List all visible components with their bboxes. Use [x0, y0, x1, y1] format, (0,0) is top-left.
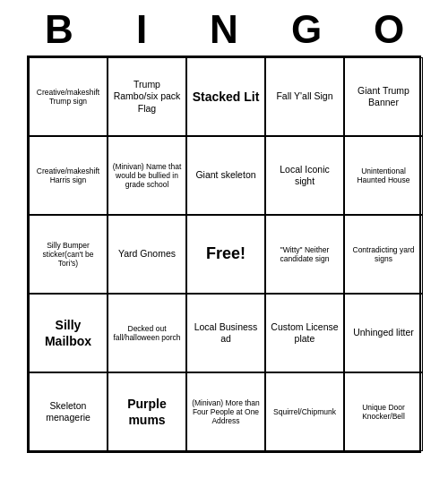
- bingo-letter-o: O: [351, 7, 426, 52]
- bingo-header: BINGO: [18, 0, 430, 56]
- cell-text-r0c2: Stacked Lit: [193, 89, 260, 105]
- bingo-cell-r2c1: Yard Gnomes: [108, 215, 186, 294]
- cell-text-r1c0: Creative/makeshift Harris sign: [32, 167, 104, 184]
- bingo-letter-i: I: [104, 7, 179, 52]
- cell-text-r0c0: Creative/makeshift Trump sign: [32, 88, 104, 106]
- cell-text-r1c1: (Minivan) Name that would be bullied in …: [111, 162, 183, 190]
- bingo-cell-r3c4: Unhinged litter: [344, 294, 423, 372]
- cell-text-r3c3: Custom License plate: [269, 321, 340, 345]
- cell-text-r3c4: Unhinged litter: [353, 327, 414, 338]
- cell-text-r0c4: Giant Trump Banner: [348, 85, 419, 108]
- bingo-cell-r1c3: Local Iconic sight: [265, 136, 344, 215]
- bingo-letter-g: G: [269, 7, 344, 52]
- cell-text-r1c2: Giant skeleton: [195, 169, 255, 181]
- cell-text-r3c2: Local Business ad: [190, 321, 262, 345]
- bingo-cell-r0c0: Creative/makeshift Trump sign: [29, 57, 108, 136]
- cell-text-r4c2: (Minivan) More than Four People at One A…: [190, 398, 262, 426]
- bingo-cell-r0c1: Trump Rambo/six pack Flag: [108, 57, 186, 136]
- cell-text-r1c4: Unintentional Haunted House: [348, 167, 419, 184]
- bingo-cell-r4c3: Squirrel/Chipmunk: [265, 372, 344, 451]
- bingo-cell-r0c4: Giant Trump Banner: [344, 57, 423, 136]
- bingo-cell-r2c0: Silly Bumper sticker(can't be Tori's): [29, 215, 108, 294]
- bingo-cell-r4c1: Purple mums: [108, 372, 186, 451]
- cell-text-r4c1: Purple mums: [111, 396, 183, 428]
- cell-text-r0c3: Fall Y'all Sign: [276, 90, 332, 102]
- cell-text-r4c3: Squirrel/Chipmunk: [273, 407, 336, 416]
- bingo-cell-r1c1: (Minivan) Name that would be bullied in …: [108, 136, 186, 215]
- cell-text-r2c4: Contradicting yard signs: [348, 245, 419, 263]
- bingo-cell-r3c3: Custom License plate: [265, 294, 344, 372]
- cell-text-r3c1: Decked out fall/halloween porch: [111, 324, 183, 342]
- cell-text-r2c3: "Witty" Neither candidate sign: [269, 245, 340, 263]
- bingo-letter-b: B: [22, 7, 97, 52]
- cell-text-r3c0: Silly Mailbox: [32, 317, 104, 349]
- bingo-cell-r3c1: Decked out fall/halloween porch: [108, 294, 186, 372]
- cell-text-r4c4: Unique Door Knocker/Bell: [348, 403, 419, 421]
- bingo-cell-r2c3: "Witty" Neither candidate sign: [265, 215, 344, 294]
- bingo-cell-r3c2: Local Business ad: [186, 294, 265, 372]
- cell-text-r2c1: Yard Gnomes: [118, 248, 176, 260]
- bingo-cell-r4c0: Skeleton menagerie: [29, 372, 108, 451]
- bingo-grid: Creative/makeshift Trump signTrump Rambo…: [27, 56, 421, 453]
- bingo-cell-r2c2: Free!: [186, 215, 265, 294]
- bingo-cell-r0c2: Stacked Lit: [186, 57, 265, 136]
- bingo-cell-r3c0: Silly Mailbox: [29, 294, 108, 372]
- bingo-cell-r0c3: Fall Y'all Sign: [265, 57, 344, 136]
- bingo-cell-r1c2: Giant skeleton: [186, 136, 265, 215]
- cell-text-r2c0: Silly Bumper sticker(can't be Tori's): [32, 241, 104, 269]
- bingo-letter-n: N: [186, 7, 262, 52]
- cell-text-r0c1: Trump Rambo/six pack Flag: [111, 79, 183, 114]
- cell-text-r4c0: Skeleton menagerie: [32, 400, 104, 423]
- bingo-cell-r1c0: Creative/makeshift Harris sign: [29, 136, 108, 215]
- bingo-cell-r4c2: (Minivan) More than Four People at One A…: [186, 372, 265, 451]
- bingo-cell-r1c4: Unintentional Haunted House: [344, 136, 423, 215]
- cell-text-r1c3: Local Iconic sight: [269, 164, 340, 187]
- bingo-cell-r2c4: Contradicting yard signs: [344, 215, 423, 294]
- bingo-cell-r4c4: Unique Door Knocker/Bell: [344, 372, 423, 451]
